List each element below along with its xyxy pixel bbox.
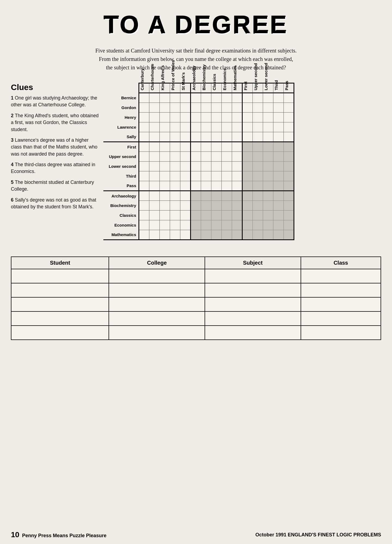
- answer-row-3-student[interactable]: [11, 297, 109, 311]
- cell-clas-canterbury[interactable]: [139, 211, 149, 220]
- cell-third-princeofwales[interactable]: [170, 171, 180, 181]
- cell-lower-classics[interactable]: [211, 162, 221, 171]
- cell-gordon-uppersecond[interactable]: [252, 103, 263, 113]
- cell-gordon-pass[interactable]: [283, 103, 294, 113]
- answer-row-1-student[interactable]: [11, 269, 109, 283]
- cell-third-archaeology[interactable]: [190, 171, 201, 181]
- cell-bernice-third[interactable]: [273, 93, 283, 103]
- answer-row-2-class[interactable]: [301, 283, 381, 297]
- cell-gordon-stmarks[interactable]: [180, 103, 190, 113]
- cell-sally-third[interactable]: [273, 132, 283, 142]
- cell-bio-princeofwales[interactable]: [170, 201, 180, 211]
- cell-bernice-princeofwales[interactable]: [170, 93, 180, 103]
- cell-math-princeofwales[interactable]: [170, 230, 180, 240]
- cell-gordon-lowersecond[interactable]: [263, 103, 273, 113]
- cell-pass-economics[interactable]: [221, 181, 232, 191]
- cell-bernice-kingalfreds[interactable]: [159, 93, 170, 103]
- cell-sally-biochemistry[interactable]: [201, 132, 211, 142]
- cell-lower-economics[interactable]: [221, 162, 232, 171]
- cell-upper-biochemistry[interactable]: [201, 152, 211, 162]
- cell-lawrence-third[interactable]: [273, 122, 283, 132]
- cell-gordon-mathematics[interactable]: [232, 103, 242, 113]
- cell-bernice-charterhouse[interactable]: [149, 93, 159, 103]
- cell-first-archaeology[interactable]: [190, 142, 201, 152]
- cell-sally-charterhouse[interactable]: [149, 132, 159, 142]
- cell-pass-archaeology[interactable]: [190, 181, 201, 191]
- cell-arch-kingalfreds[interactable]: [159, 191, 170, 201]
- cell-lower-mathematics[interactable]: [232, 162, 242, 171]
- cell-lawrence-uppersecond[interactable]: [252, 122, 263, 132]
- cell-gordon-charterhouse[interactable]: [149, 103, 159, 113]
- cell-bio-charterhouse[interactable]: [149, 201, 159, 211]
- cell-sally-princeofwales[interactable]: [170, 132, 180, 142]
- cell-lawrence-princeofwales[interactable]: [170, 122, 180, 132]
- cell-bernice-biochemistry[interactable]: [201, 93, 211, 103]
- cell-first-classics[interactable]: [211, 142, 221, 152]
- cell-bernice-stmarks[interactable]: [180, 93, 190, 103]
- cell-lower-princeofwales[interactable]: [170, 162, 180, 171]
- answer-row-5-subject[interactable]: [205, 326, 301, 340]
- cell-henry-first[interactable]: [242, 113, 252, 122]
- cell-third-classics[interactable]: [211, 171, 221, 181]
- cell-sally-kingalfreds[interactable]: [159, 132, 170, 142]
- cell-henry-kingalfreds[interactable]: [159, 113, 170, 122]
- cell-bernice-canterbury[interactable]: [139, 93, 149, 103]
- cell-econ-stmarks[interactable]: [180, 220, 190, 230]
- cell-third-mathematics[interactable]: [232, 171, 242, 181]
- cell-lower-archaeology[interactable]: [190, 162, 201, 171]
- cell-math-kingalfreds[interactable]: [159, 230, 170, 240]
- answer-row-2-subject[interactable]: [205, 283, 301, 297]
- cell-henry-stmarks[interactable]: [180, 113, 190, 122]
- cell-lawrence-stmarks[interactable]: [180, 122, 190, 132]
- cell-bernice-classics[interactable]: [211, 93, 221, 103]
- cell-gordon-canterbury[interactable]: [139, 103, 149, 113]
- cell-arch-canterbury[interactable]: [139, 191, 149, 201]
- answer-row-2-college[interactable]: [109, 283, 205, 297]
- cell-lawrence-canterbury[interactable]: [139, 122, 149, 132]
- cell-lawrence-archaeology[interactable]: [190, 122, 201, 132]
- cell-third-biochemistry[interactable]: [201, 171, 211, 181]
- answer-row-2-student[interactable]: [11, 283, 109, 297]
- cell-sally-economics[interactable]: [221, 132, 232, 142]
- cell-lawrence-mathematics[interactable]: [232, 122, 242, 132]
- cell-lawrence-classics[interactable]: [211, 122, 221, 132]
- cell-gordon-classics[interactable]: [211, 103, 221, 113]
- cell-third-canterbury[interactable]: [139, 171, 149, 181]
- cell-lawrence-economics[interactable]: [221, 122, 232, 132]
- cell-lawrence-first[interactable]: [242, 122, 252, 132]
- cell-gordon-first[interactable]: [242, 103, 252, 113]
- cell-econ-canterbury[interactable]: [139, 220, 149, 230]
- answer-row-1-subject[interactable]: [205, 269, 301, 283]
- cell-gordon-kingalfreds[interactable]: [159, 103, 170, 113]
- cell-bernice-first[interactable]: [242, 93, 252, 103]
- cell-sally-stmarks[interactable]: [180, 132, 190, 142]
- answer-row-4-student[interactable]: [11, 311, 109, 326]
- cell-upper-stmarks[interactable]: [180, 152, 190, 162]
- cell-lawrence-pass[interactable]: [283, 122, 294, 132]
- cell-pass-mathematics[interactable]: [232, 181, 242, 191]
- cell-math-charterhouse[interactable]: [149, 230, 159, 240]
- cell-sally-first[interactable]: [242, 132, 252, 142]
- cell-henry-third[interactable]: [273, 113, 283, 122]
- answer-row-4-class[interactable]: [301, 311, 381, 326]
- cell-bernice-archaeology[interactable]: [190, 93, 201, 103]
- cell-pass-canterbury[interactable]: [139, 181, 149, 191]
- cell-bernice-mathematics[interactable]: [232, 93, 242, 103]
- cell-arch-stmarks[interactable]: [180, 191, 190, 201]
- cell-lawrence-lowersecond[interactable]: [263, 122, 273, 132]
- cell-bio-stmarks[interactable]: [180, 201, 190, 211]
- cell-third-charterhouse[interactable]: [149, 171, 159, 181]
- cell-math-canterbury[interactable]: [139, 230, 149, 240]
- answer-row-5-student[interactable]: [11, 326, 109, 340]
- cell-sally-lowersecond[interactable]: [263, 132, 273, 142]
- cell-first-charterhouse[interactable]: [149, 142, 159, 152]
- cell-henry-pass[interactable]: [283, 113, 294, 122]
- cell-clas-stmarks[interactable]: [180, 211, 190, 220]
- cell-henry-princeofwales[interactable]: [170, 113, 180, 122]
- cell-lawrence-kingalfreds[interactable]: [159, 122, 170, 132]
- cell-gordon-biochemistry[interactable]: [201, 103, 211, 113]
- cell-sally-mathematics[interactable]: [232, 132, 242, 142]
- cell-gordon-princeofwales[interactable]: [170, 103, 180, 113]
- cell-lower-stmarks[interactable]: [180, 162, 190, 171]
- cell-lower-biochemistry[interactable]: [201, 162, 211, 171]
